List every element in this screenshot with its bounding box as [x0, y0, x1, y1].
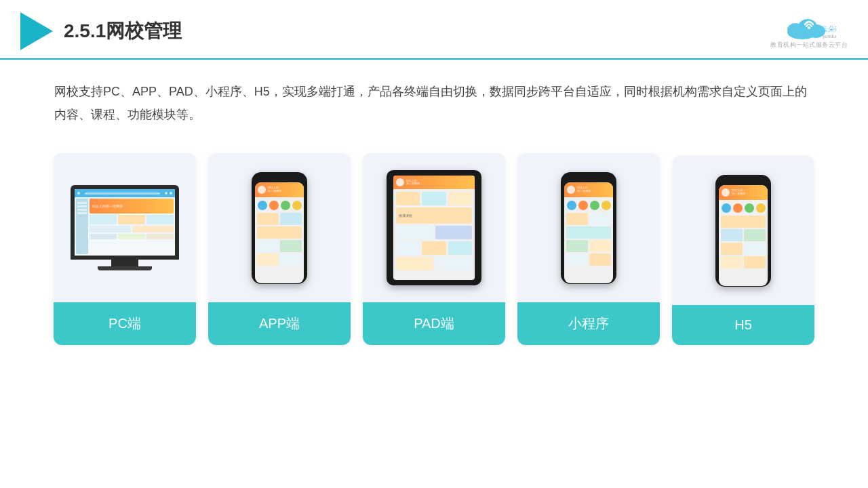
phone-block-3 — [257, 240, 279, 252]
card-h5: 职达人的 第一堂网课 — [672, 156, 814, 345]
phone-block-2 — [280, 213, 302, 225]
phone-row-h1 — [721, 229, 766, 241]
phone-icon-m4 — [601, 201, 611, 210]
device-pc: 职达人的第一堂网课 — [71, 185, 179, 270]
card-pad-label: PAD端 — [363, 302, 505, 345]
phone-row-m2 — [566, 240, 611, 252]
phone-icon-4 — [292, 201, 302, 210]
phone-block-h2 — [744, 229, 766, 241]
pc-nav — [75, 189, 175, 197]
pc-mini-card-2 — [118, 215, 145, 224]
tablet-block-8 — [448, 241, 472, 255]
tablet-block-9 — [396, 257, 433, 270]
cloud-icon: 云朵课堂 yunduoketang.com — [782, 14, 836, 42]
svg-text:yunduoketang.com: yunduoketang.com — [823, 34, 836, 39]
card-h5-label: H5 — [672, 305, 814, 345]
phone-header-miniapp: 职达人的 第一堂网课 — [564, 182, 613, 197]
tablet-avatar — [396, 178, 404, 186]
pc-monitor: 职达人的第一堂网课 — [71, 185, 179, 260]
phone-row-2 — [257, 240, 302, 252]
phone-header-text-app: 职达人的 第一堂网课 — [268, 186, 281, 193]
page-title: 2.5.1网校管理 — [64, 18, 182, 44]
card-h5-image: 职达人的 第一堂网课 — [672, 156, 814, 305]
phone-icon-3 — [281, 201, 290, 210]
pc-mini-card-3 — [146, 215, 174, 224]
phone-header-h5: 职达人的 第一堂网课 — [719, 185, 768, 200]
description-text: 网校支持PC、APP、PAD、小程序、H5，实现多端打通，产品各终端自由切换，数… — [0, 60, 868, 133]
card-miniapp-image: 职达人的 第一堂网课 — [517, 153, 660, 302]
pc-nav-dot-2 — [165, 192, 167, 195]
tablet-row-2 — [396, 226, 472, 239]
phone-icon-h4 — [756, 203, 766, 213]
phone-block-m5 — [566, 253, 588, 266]
card-pad: 职达人的 第一堂网课 推荐课程 — [363, 153, 505, 345]
tablet-header-text: 职达人的 第一堂网课 — [406, 180, 420, 186]
phone-block-4 — [280, 240, 302, 252]
phone-block-h6 — [744, 256, 766, 268]
tablet-block-1 — [396, 192, 420, 205]
device-tablet: 职达人的 第一堂网课 推荐课程 — [387, 170, 481, 285]
phone-outer-miniapp: 职达人的 第一堂网课 — [561, 172, 616, 284]
card-app: 职达人的 第一堂网课 — [208, 153, 351, 345]
pc-main: 职达人的第一堂网课 — [90, 199, 174, 254]
tablet-block-5 — [435, 226, 473, 239]
brand-tagline: 教育机构一站式服务云平台 — [770, 41, 848, 49]
pc-banner: 职达人的第一堂网课 — [90, 199, 174, 214]
phone-icon-m3 — [590, 201, 599, 210]
tablet-block-3 — [448, 192, 472, 205]
tablet-block-6 — [396, 241, 420, 255]
svg-text:云朵课堂: 云朵课堂 — [821, 25, 836, 33]
description-paragraph: 网校支持PC、APP、PAD、小程序、H5，实现多端打通，产品各终端自由切换，数… — [54, 80, 814, 126]
phone-row-h2 — [721, 243, 766, 255]
phone-block-h5 — [721, 256, 743, 268]
phone-block-m2 — [589, 213, 611, 225]
tablet-block-10 — [435, 257, 473, 270]
phone-block-h4 — [744, 243, 766, 255]
phone-avatar-h5 — [722, 188, 730, 197]
pc-sidebar — [76, 199, 88, 254]
pc-stand — [111, 260, 138, 266]
header-left: 2.5.1网校管理 — [20, 12, 182, 50]
phone-icon-h3 — [745, 203, 754, 213]
phone-block-6 — [280, 253, 302, 266]
phone-outer-app: 职达人的 第一堂网课 — [252, 172, 307, 284]
phone-block-m3 — [566, 240, 588, 252]
phone-icon-m2 — [578, 201, 588, 210]
device-phone-miniapp: 职达人的 第一堂网课 — [561, 172, 616, 284]
phone-notch-h5 — [736, 180, 751, 184]
phone-block-m1 — [566, 213, 588, 225]
card-pc-label: PC端 — [54, 302, 196, 345]
svg-point-4 — [808, 26, 810, 29]
phone-screen-h5: 职达人的 第一堂网课 — [719, 185, 768, 286]
tablet-block-4 — [396, 226, 433, 239]
pc-cards-row — [90, 215, 174, 224]
phone-screen-app: 职达人的 第一堂网课 — [255, 182, 304, 283]
phone-icon-h1 — [722, 203, 731, 213]
phone-icons-row-miniapp — [566, 199, 611, 211]
phone-icon-2 — [269, 201, 279, 210]
header: 2.5.1网校管理 云朵课堂 yunduoketang.com 教育机构一站式服… — [0, 0, 868, 60]
card-pc: 职达人的第一堂网课 — [54, 153, 196, 345]
tablet-row-3 — [396, 241, 472, 255]
phone-content-h5 — [719, 200, 768, 286]
phone-block-m4 — [589, 240, 611, 252]
phone-header-text-h5: 职达人的 第一堂网课 — [732, 189, 745, 196]
phone-row-h3 — [721, 256, 766, 268]
phone-row-1 — [257, 213, 302, 225]
phone-icon-m1 — [567, 201, 576, 210]
brand-logo: 云朵课堂 yunduoketang.com 教育机构一站式服务云平台 — [770, 14, 848, 49]
pc-body: 职达人的第一堂网课 — [75, 197, 175, 256]
pc-base — [98, 266, 152, 270]
phone-block-h1 — [721, 229, 743, 241]
phone-row-m1 — [566, 213, 611, 225]
tablet-block-7 — [422, 241, 446, 255]
tablet-row-1 — [396, 192, 472, 205]
device-phone-h5: 职达人的 第一堂网课 — [715, 175, 771, 287]
phone-outer-h5: 职达人的 第一堂网课 — [715, 175, 771, 287]
tablet-screen: 职达人的 第一堂网课 推荐课程 — [393, 176, 475, 280]
pc-nav-dot-3 — [170, 192, 172, 195]
pc-nav-dot — [77, 192, 80, 195]
phone-header-text-miniapp: 职达人的 第一堂网课 — [577, 186, 591, 193]
tablet-row-4 — [396, 257, 472, 270]
phone-avatar-app — [258, 186, 266, 194]
